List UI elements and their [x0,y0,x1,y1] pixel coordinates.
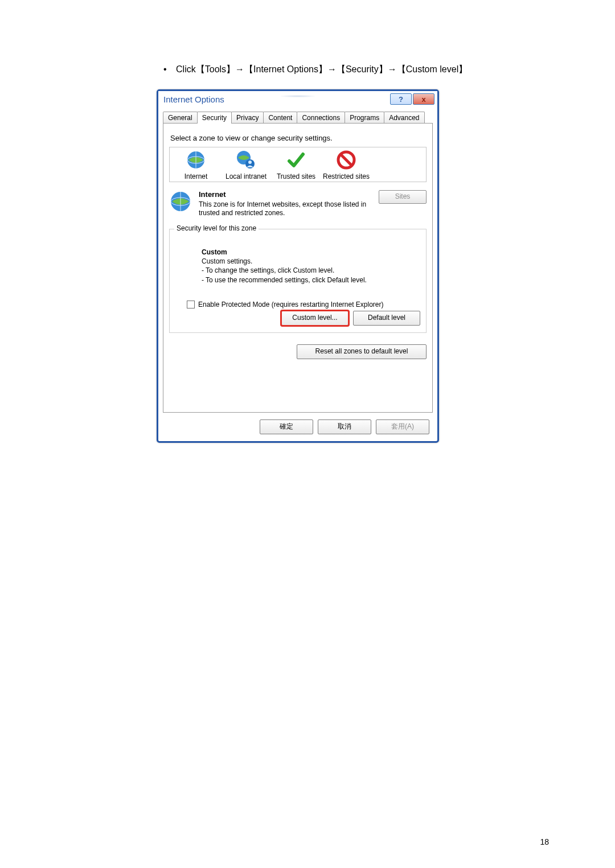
selected-zone-name: Internet [199,190,372,199]
tab-content[interactable]: Content [263,112,297,123]
zone-internet[interactable]: Internet [171,150,221,180]
page-number: 18 [540,837,549,846]
help-icon: ? [399,95,403,104]
zone-prompt: Select a zone to view or change security… [170,134,427,142]
globe-icon [186,150,206,170]
zone-label: Local intranet [221,172,271,180]
check-icon [286,150,306,170]
tab-advanced[interactable]: Advanced [384,112,424,123]
apply-button[interactable]: 套用(A) [376,419,429,434]
default-level-button[interactable]: Default level [353,311,420,326]
custom-line1: - To change the settings, click Custom l… [202,266,420,275]
svg-line-7 [341,154,352,166]
titlebar: Internet Options ? x [158,91,437,107]
security-tab-panel: Select a zone to view or change security… [163,123,433,413]
cancel-button[interactable]: 取消 [318,419,371,434]
custom-heading: Custom [202,248,420,257]
custom-level-button[interactable]: Custom level... [281,311,348,326]
custom-sub: Custom settings. [202,257,420,266]
bullet: • [163,64,167,74]
close-button[interactable]: x [413,93,434,105]
protected-mode-checkbox[interactable] [187,301,195,308]
tab-strip: General Security Privacy Content Connect… [163,112,433,123]
globe-user-icon [236,150,256,170]
svg-point-5 [248,161,252,164]
internet-options-dialog: Internet Options ? x General Security Pr… [157,89,439,443]
no-icon [336,150,356,170]
globe-large-icon [169,190,192,213]
sites-button[interactable]: Sites [379,190,427,204]
protected-mode-label: Enable Protected Mode (requires restarti… [198,301,384,308]
zone-trusted-sites[interactable]: Trusted sites [271,150,321,180]
custom-block: Custom Custom settings. - To change the … [202,248,420,285]
selected-zone-block: Internet This zone is for Internet websi… [169,190,427,217]
zone-local-intranet[interactable]: Local intranet [221,150,271,180]
zone-list: Internet Local intranet Trusted sites [169,147,427,182]
group-legend: Security level for this zone [174,224,259,232]
dialog-footer: 確定 取消 套用(A) [158,413,437,441]
titlebar-handle [281,95,315,97]
close-icon: x [421,95,425,104]
tab-privacy[interactable]: Privacy [231,112,264,123]
help-button[interactable]: ? [390,93,412,105]
dialog-title: Internet Options [161,94,224,104]
tab-programs[interactable]: Programs [345,112,384,123]
tab-general[interactable]: General [163,112,198,123]
ok-button[interactable]: 確定 [260,419,313,434]
reset-zones-button[interactable]: Reset all zones to default level [297,344,427,359]
security-level-group: Security level for this zone Custom Cust… [169,229,427,333]
zone-label: Internet [171,172,221,180]
instruction-line: • Click【Tools】→【Internet Options】→【Secur… [163,64,468,76]
zone-label: Trusted sites [271,172,321,180]
instruction-text: Click【Tools】→【Internet Options】→【Securit… [176,64,468,74]
protected-mode-row[interactable]: Enable Protected Mode (requires restarti… [187,301,420,308]
custom-line2: - To use the recommended settings, click… [202,275,420,285]
tab-connections[interactable]: Connections [297,112,345,123]
zone-restricted-sites[interactable]: Restricted sites [321,150,371,180]
tab-security[interactable]: Security [197,112,232,124]
selected-zone-desc: This zone is for Internet websites, exce… [199,200,372,217]
zone-label: Restricted sites [321,172,371,180]
